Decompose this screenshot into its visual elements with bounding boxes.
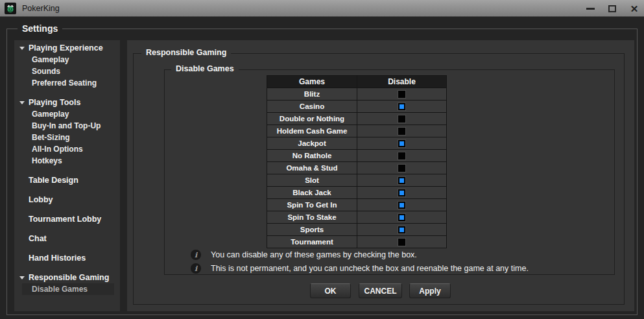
info-icon: i — [191, 263, 201, 274]
disable-checkbox-spin-to-get-in[interactable] — [398, 201, 406, 209]
close-button[interactable]: ✕ — [628, 3, 640, 14]
sidebar-group-lobby[interactable]: Lobby — [14, 194, 120, 206]
table-row: Sports — [267, 224, 447, 236]
ok-button[interactable]: OK — [310, 283, 351, 298]
disable-checkbox-omaha-stud[interactable] — [398, 164, 406, 172]
disable-checkbox-casino[interactable] — [398, 102, 406, 111]
disable-checkbox-holdem-cash-game[interactable] — [398, 127, 406, 136]
sidebar-item-disable-games[interactable]: Disable Games — [22, 283, 114, 295]
sidebar-group-label: Lobby — [29, 195, 53, 204]
table-row: Blitz — [267, 88, 447, 100]
sidebar-group-label: Playing Tools — [29, 98, 80, 107]
table-header-row: Games Disable — [267, 76, 447, 88]
sidebar-group-label: Table Design — [29, 176, 78, 185]
sidebar-item-preferred-seating[interactable]: Preferred Seating — [22, 77, 114, 89]
sidebar-item-sounds[interactable]: Sounds — [22, 65, 114, 77]
minimize-button[interactable] — [584, 3, 596, 14]
game-name-cell: Holdem Cash Game — [267, 125, 357, 137]
game-name-cell: Jackpot — [267, 137, 357, 150]
disable-column-header: Disable — [357, 76, 447, 88]
sidebar-group-label: Hand Histories — [29, 254, 86, 263]
app-logo-icon — [5, 3, 16, 14]
expand-triangle-icon — [19, 47, 25, 50]
disable-checkbox-no-rathole[interactable] — [398, 152, 406, 160]
games-table-body: BlitzCasinoDouble or NothingHoldem Cash … — [267, 88, 447, 248]
disable-cell — [357, 174, 447, 187]
game-name-cell: Blitz — [267, 88, 357, 100]
disable-checkbox-sports[interactable] — [398, 226, 406, 234]
sidebar-item-all-in-options[interactable]: All-In Options — [22, 143, 114, 155]
game-name-cell: Black Jack — [267, 187, 357, 199]
sidebar-item-bet-sizing[interactable]: Bet-Sizing — [22, 132, 114, 143]
window-title: PokerKing — [22, 4, 60, 13]
disable-cell — [357, 100, 447, 113]
disable-checkbox-spin-to-stake[interactable] — [398, 213, 406, 222]
sidebar-group-table-design[interactable]: Table Design — [14, 174, 120, 186]
settings-legend: Settings — [18, 23, 62, 34]
disable-checkbox-black-jack[interactable] — [398, 189, 406, 197]
table-row: Spin To Get In — [267, 199, 447, 211]
triangle-spacer — [19, 198, 25, 202]
sidebar-group-label: Tournament Lobby — [29, 215, 101, 224]
disable-games-legend: Disable Games — [171, 64, 239, 73]
sidebar-group-chat[interactable]: Chat — [14, 233, 120, 244]
sidebar-group-hand-histories[interactable]: Hand Histories — [14, 252, 120, 264]
disable-cell — [357, 150, 447, 162]
disable-cell — [357, 224, 447, 236]
sidebar-group-playing-experience[interactable]: Playing Experience — [14, 42, 120, 54]
responsible-gaming-legend: Responsible Gaming — [141, 48, 231, 57]
maximize-button[interactable] — [606, 3, 618, 14]
game-name-cell: Double or Nothing — [267, 113, 357, 125]
game-name-cell: Sports — [267, 224, 357, 236]
note-text: You can disable any of these games by ch… — [211, 250, 417, 259]
game-name-cell: Omaha & Stud — [267, 162, 357, 174]
game-name-cell: Casino — [267, 100, 357, 113]
disable-cell — [357, 236, 447, 248]
disable-cell — [357, 125, 447, 137]
sidebar-group-label: Playing Experience — [29, 43, 103, 53]
sidebar-group-playing-tools[interactable]: Playing Tools — [14, 97, 120, 108]
game-name-cell: Slot — [267, 174, 357, 187]
disable-cell — [357, 187, 447, 199]
note-text: This is not permanent, and you can unche… — [211, 264, 529, 273]
disable-cell — [357, 137, 447, 150]
sidebar-nav: Playing ExperienceGameplaySoundsPreferre… — [14, 40, 120, 311]
apply-button[interactable]: Apply — [409, 283, 451, 298]
note-row: i This is not permanent, and you can unc… — [191, 263, 529, 274]
cancel-button[interactable]: CANCEL — [359, 283, 402, 298]
triangle-spacer — [19, 257, 25, 260]
games-column-header: Games — [267, 76, 357, 88]
titlebar: PokerKing ✕ — [0, 0, 644, 17]
table-row: Holdem Cash Game — [267, 125, 447, 137]
game-name-cell: Tournament — [267, 236, 357, 248]
minimize-icon — [586, 8, 595, 10]
expand-triangle-icon — [19, 101, 25, 104]
sidebar-item-hotkeys[interactable]: Hotkeys — [22, 155, 114, 167]
disable-checkbox-blitz[interactable] — [398, 90, 406, 99]
sidebar-group-tournament-lobby[interactable]: Tournament Lobby — [14, 213, 120, 225]
disable-cell — [357, 113, 447, 125]
game-name-cell: Spin To Get In — [267, 199, 357, 211]
disable-cell — [357, 162, 447, 174]
sidebar-item-buy-in-and-top-up[interactable]: Buy-In and Top-Up — [22, 120, 114, 132]
sidebar-group-responsible-gaming[interactable]: Responsible Gaming — [14, 272, 120, 283]
sidebar-item-gameplay[interactable]: Gameplay — [22, 108, 114, 120]
maximize-icon — [608, 5, 616, 12]
table-row: Casino — [267, 100, 447, 113]
disable-cell — [357, 88, 447, 100]
sidebar-group-label: Chat — [29, 234, 47, 243]
sidebar-item-gameplay[interactable]: Gameplay — [22, 54, 114, 65]
table-row: Spin To Stake — [267, 211, 447, 224]
table-row: Omaha & Stud — [267, 162, 447, 174]
disable-checkbox-double-or-nothing[interactable] — [398, 115, 406, 123]
table-row: Double or Nothing — [267, 113, 447, 125]
table-row: Black Jack — [267, 187, 447, 199]
sidebar-group-label: Responsible Gaming — [29, 273, 109, 282]
disable-checkbox-tournament[interactable] — [398, 238, 406, 246]
disable-checkbox-slot[interactable] — [398, 176, 406, 185]
expand-triangle-icon — [19, 276, 25, 279]
game-name-cell: No Rathole — [267, 150, 357, 162]
disable-checkbox-jackpot[interactable] — [398, 139, 406, 148]
close-icon: ✕ — [630, 4, 639, 14]
disable-cell — [357, 211, 447, 224]
